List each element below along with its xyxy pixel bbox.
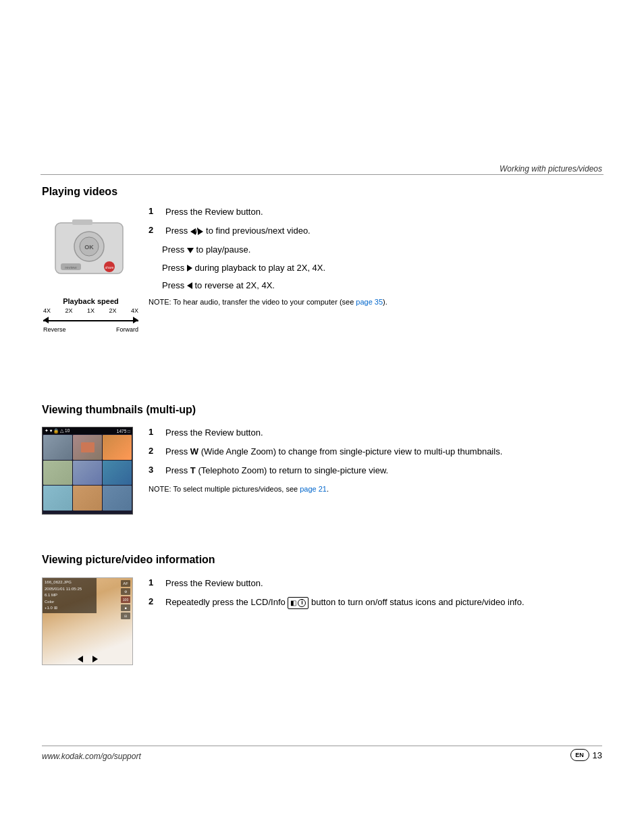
svg-text:review: review (65, 265, 77, 269)
photo-mode: Color (45, 599, 95, 606)
arrow-right-icon (198, 228, 203, 235)
thumb-count: 1475 □ (117, 429, 130, 434)
svg-rect-8 (72, 219, 92, 225)
info-step-number-2: 2 (149, 596, 162, 606)
thumb-cell-5 (73, 461, 102, 486)
speed-4x-left: 4X (43, 307, 51, 314)
thumb-cell-9 (103, 486, 132, 511)
photo-bottom-arrows (43, 656, 132, 662)
thumb-cell-4 (43, 461, 72, 486)
camera-illustration: OK review share (42, 206, 136, 301)
thumb-icons: ✦ ♥ 🔒 △ 10 (45, 428, 70, 434)
photo-overlay-info: 166_0622.JPG 2005/01/01 11:05:25 6.1 MP … (43, 578, 97, 613)
thumb-cell-8 (73, 486, 102, 511)
playing-note: NOTE: To hear audio, transfer the video … (149, 297, 602, 307)
thumb-step-text-3: Press T (Telephoto Zoom) to return to si… (165, 465, 602, 477)
footer-page: EN 13 (570, 749, 602, 761)
forward-label: Forward (116, 326, 138, 333)
photo-af-badge: AF (121, 580, 130, 587)
photo-next-arrow (92, 656, 98, 662)
thumb-step-text-2: Press W (Wide Angle Zoom) to change from… (165, 446, 602, 458)
thumb-cell-1 (43, 435, 72, 460)
photo-icon-4: ■ (121, 604, 130, 611)
playing-step-2: 2 Press / to find previous/next video. (149, 225, 602, 237)
lcd-icon-left: ◧ (290, 598, 296, 608)
footer-url: www.kodak.com/go/support (42, 752, 141, 761)
page-21-link[interactable]: page 21 (300, 485, 327, 493)
footer-rule (42, 746, 602, 746)
header-text: Working with pictures/videos (500, 164, 602, 174)
speed-2x-left: 2X (65, 307, 72, 314)
thumbnails-instructions: 1 Press the Review button. 2 Press W (Wi… (149, 427, 602, 494)
speed-scale: 4X 2X 1X 2X 4X (42, 307, 140, 314)
photo-icon-2: ⚙ (121, 588, 130, 595)
photo-icon-5: ⊟ (121, 613, 130, 619)
arrow-left-play-icon (187, 282, 192, 289)
playback-speed-label: Playback speed (42, 297, 140, 305)
photo-right-icons: AF ⚙ 100 ■ ⊟ (121, 580, 130, 619)
info-step-text-1: Press the Review button. (165, 577, 602, 590)
speed-2x-right: 2X (109, 307, 116, 314)
thumb-step-2: 2 Press W (Wide Angle Zoom) to change fr… (149, 446, 602, 458)
thumb-step-3: 3 Press T (Telephoto Zoom) to return to … (149, 465, 602, 477)
viewing-info-title: Viewing picture/video information (42, 554, 215, 566)
sub-step-reverse: Press to reverse at 2X, 4X. (162, 280, 602, 292)
arrow-right-play-icon (187, 265, 192, 271)
viewing-thumbnails-title: Viewing thumbnails (multi-up) (42, 404, 196, 416)
thumb-cell-3 (103, 435, 132, 460)
step-text-2: Press / to find previous/next video. (165, 225, 602, 237)
arrow-left-icon (190, 228, 196, 235)
info-i-icon: i (298, 599, 306, 607)
photo-prev-arrow (78, 656, 83, 662)
arrow-down-icon (187, 248, 194, 253)
step-number-2: 2 (149, 225, 162, 235)
speed-labels: Reverse Forward (42, 326, 140, 333)
info-step-2: 2 Repeatedly press the LCD/Info ◧ i butt… (149, 596, 602, 609)
thumb-note: NOTE: To select multiple pictures/videos… (149, 484, 602, 494)
info-step-1: 1 Press the Review button. (149, 577, 602, 590)
lcd-info-icon: ◧ i (288, 597, 308, 609)
speed-1x: 1X (87, 307, 95, 314)
thumbnail-grid-image: ✦ ♥ 🔒 △ 10 1475 □ (42, 427, 133, 515)
page-number: 13 (593, 750, 602, 760)
thumb-step-number-1: 1 (149, 427, 162, 437)
page-35-link[interactable]: page 35 (356, 298, 383, 306)
playing-step-1: 1 Press the Review button. (149, 206, 602, 218)
thumb-step-text-1: Press the Review button. (165, 427, 602, 439)
playback-speed-diagram: Playback speed 4X 2X 1X 2X 4X Reverse Fo… (42, 297, 140, 333)
header-rule (41, 174, 603, 175)
playing-videos-instructions: 1 Press the Review button. 2 Press / to … (149, 206, 602, 307)
photo-image: 166_0622.JPG 2005/01/01 11:05:25 6.1 MP … (42, 577, 133, 665)
thumb-grid (43, 434, 132, 511)
photo-icon-3: 100 (121, 596, 130, 603)
speed-arrow-right (133, 317, 138, 323)
playing-videos-title: Playing videos (42, 186, 117, 198)
thumb-cell-2 (73, 435, 102, 460)
sub-step-forward: Press during playback to play at 2X, 4X. (162, 262, 602, 274)
svg-text:share: share (105, 265, 114, 269)
info-step-text-2: Repeatedly press the LCD/Info ◧ i button… (165, 596, 602, 609)
thumb-cell-6 (103, 461, 132, 486)
thumb-status-bar: ✦ ♥ 🔒 △ 10 1475 □ (43, 427, 132, 434)
thumb-step-number-3: 3 (149, 465, 162, 475)
step-text-1: Press the Review button. (165, 206, 602, 218)
page-container: Working with pictures/videos Playing vid… (0, 0, 644, 834)
photo-size: 6.1 MP (45, 592, 95, 599)
photo-exposure: +1.0 ⊞ (45, 605, 95, 612)
step-number-1: 1 (149, 206, 162, 216)
speed-arrow-line (43, 320, 138, 321)
speed-arrow (43, 315, 138, 325)
speed-4x-right: 4X (131, 307, 138, 314)
thumb-step-number-2: 2 (149, 446, 162, 456)
thumb-cell-7 (43, 486, 72, 511)
photo-date: 2005/01/01 11:05:25 (45, 586, 95, 593)
en-badge: EN (570, 749, 589, 761)
photo-filename: 166_0622.JPG (45, 579, 95, 586)
info-step-number-1: 1 (149, 577, 162, 588)
info-instructions: 1 Press the Review button. 2 Repeatedly … (149, 577, 602, 616)
thumb-step-1: 1 Press the Review button. (149, 427, 602, 439)
sub-step-play: Press to play/pause. (162, 244, 602, 256)
speed-arrow-left (43, 317, 49, 323)
reverse-label: Reverse (43, 326, 66, 333)
svg-text:OK: OK (84, 244, 94, 251)
